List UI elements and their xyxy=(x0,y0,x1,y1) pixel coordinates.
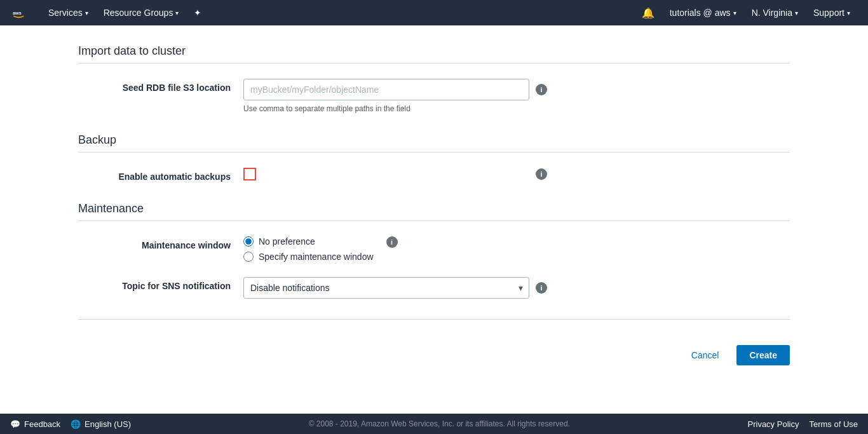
maintenance-section-title: Maintenance xyxy=(78,202,790,215)
maintenance-window-input-row: No preference Specify maintenance window… xyxy=(243,236,777,262)
nav-account[interactable]: tutorials @ aws ▾ xyxy=(662,0,744,25)
enable-backups-input-row: i xyxy=(243,168,777,180)
sns-select[interactable]: Disable notifications Create new topic E… xyxy=(243,277,529,299)
maintenance-window-label: Maintenance window xyxy=(91,236,243,250)
backups-info-icon[interactable]: i xyxy=(536,168,547,180)
sns-control-area: Disable notifications Create new topic E… xyxy=(243,277,777,299)
seed-rdb-label: Seed RDB file S3 location xyxy=(91,79,243,93)
seed-rdb-control-area: i Use comma to separate multiple paths i… xyxy=(243,79,777,113)
services-chevron-icon: ▾ xyxy=(85,10,88,17)
import-section: Import data to cluster Seed RDB file S3 … xyxy=(78,44,790,113)
maintenance-window-info-icon[interactable]: i xyxy=(386,236,398,248)
maintenance-window-row: Maintenance window No preference Specify… xyxy=(78,236,790,262)
create-button[interactable]: Create xyxy=(736,345,790,365)
no-preference-radio-item[interactable]: No preference xyxy=(243,236,374,247)
no-preference-label: No preference xyxy=(259,236,315,247)
main-content: Import data to cluster Seed RDB file S3 … xyxy=(53,25,815,397)
region-chevron-icon: ▾ xyxy=(795,10,798,17)
enable-backups-row: Enable automatic backups i xyxy=(78,168,790,182)
backup-section: Backup Enable automatic backups i xyxy=(78,133,790,182)
backup-section-title: Backup xyxy=(78,133,790,147)
nav-right-area: 🔔 tutorials @ aws ▾ N. Virginia ▾ Suppor… xyxy=(634,0,858,25)
sns-notification-row: Topic for SNS notification Disable notif… xyxy=(78,277,790,299)
seed-rdb-input[interactable] xyxy=(243,79,529,100)
sns-input-row: Disable notifications Create new topic E… xyxy=(243,277,777,299)
seed-rdb-input-row: i xyxy=(243,79,777,100)
maintenance-divider xyxy=(78,220,790,221)
backup-divider xyxy=(78,152,790,153)
enable-backups-checkbox[interactable] xyxy=(243,168,256,180)
account-chevron-icon: ▾ xyxy=(733,10,736,17)
specify-window-radio[interactable] xyxy=(243,252,254,262)
seed-rdb-info-icon[interactable]: i xyxy=(536,84,547,95)
enable-backups-control-area: i xyxy=(243,168,777,180)
sns-select-wrapper: Disable notifications Create new topic E… xyxy=(243,277,529,299)
cancel-button[interactable]: Cancel xyxy=(681,345,729,365)
maintenance-window-radio-group: No preference Specify maintenance window xyxy=(243,236,374,262)
nav-services[interactable]: Services ▾ xyxy=(41,0,96,25)
import-section-title: Import data to cluster xyxy=(78,44,790,58)
specify-window-radio-item[interactable]: Specify maintenance window xyxy=(243,252,374,262)
nav-resource-groups[interactable]: Resource Groups ▾ xyxy=(96,0,187,25)
bookmark-icon: ✦ xyxy=(194,8,201,18)
nav-bell-icon[interactable]: 🔔 xyxy=(634,0,662,25)
sns-info-icon[interactable]: i xyxy=(536,282,547,294)
import-divider xyxy=(78,63,790,64)
enable-backups-label: Enable automatic backups xyxy=(91,168,243,182)
resource-groups-chevron-icon: ▾ xyxy=(175,10,179,17)
svg-text:aws: aws xyxy=(13,10,22,16)
seed-rdb-row: Seed RDB file S3 location i Use comma to… xyxy=(78,79,790,113)
maintenance-window-control-area: No preference Specify maintenance window… xyxy=(243,236,777,262)
seed-rdb-hint: Use comma to separate multiple paths in … xyxy=(243,104,777,113)
support-chevron-icon: ▾ xyxy=(847,10,850,17)
button-row: Cancel Create xyxy=(78,332,790,378)
maintenance-section: Maintenance Maintenance window No prefer… xyxy=(78,202,790,299)
aws-logo[interactable]: aws xyxy=(10,4,36,22)
no-preference-radio[interactable] xyxy=(243,236,254,247)
nav-region[interactable]: N. Virginia ▾ xyxy=(744,0,806,25)
top-nav: aws Services ▾ Resource Groups ▾ ✦ 🔔 tut… xyxy=(0,0,868,25)
nav-bookmark[interactable]: ✦ xyxy=(186,0,209,25)
nav-support[interactable]: Support ▾ xyxy=(806,0,858,25)
bottom-divider xyxy=(78,319,790,320)
sns-notification-label: Topic for SNS notification xyxy=(91,277,243,291)
specify-window-label: Specify maintenance window xyxy=(259,252,374,262)
